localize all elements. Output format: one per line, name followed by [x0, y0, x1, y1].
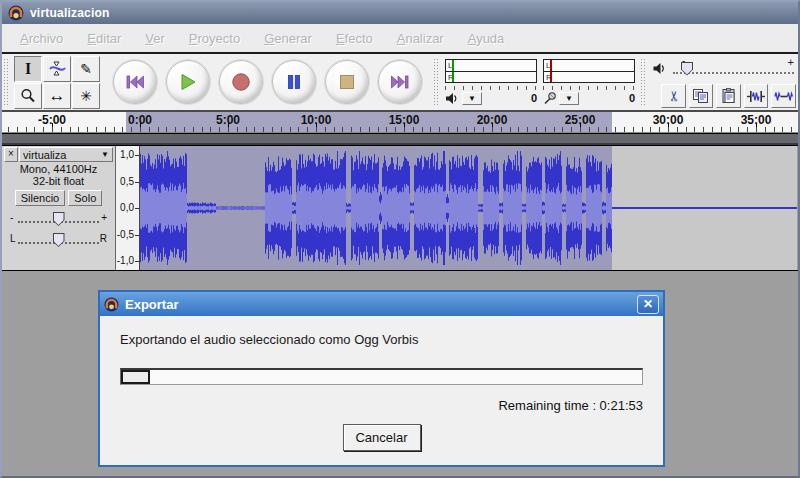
- timeline-label: 0:00: [116, 113, 164, 127]
- remaining-time-label: Remaining time : 0:21:53: [120, 398, 643, 413]
- record-icon: [231, 72, 251, 92]
- multi-tool-button[interactable]: ✳: [72, 83, 100, 109]
- gain-min-label: -: [10, 212, 13, 223]
- tool-palette: I ✎ ↔ ✳: [14, 56, 100, 109]
- audacity-window: virtualizacion ArchivoEditarVerProyectoG…: [0, 0, 800, 478]
- input-meter-dropdown[interactable]: ▼: [559, 92, 579, 105]
- transport-controls: [103, 54, 432, 110]
- menu-item-archivo[interactable]: Archivo: [8, 31, 75, 46]
- scissors-icon: ✂: [665, 90, 681, 102]
- export-progress-bar: [120, 368, 643, 385]
- play-button[interactable]: [166, 60, 210, 104]
- track-close-button[interactable]: ×: [4, 147, 18, 162]
- window-title: virtualizacion: [30, 6, 110, 20]
- timeline-label: 30:00: [644, 113, 692, 127]
- amplitude-tick-label: 0,5: [120, 176, 134, 187]
- toolbar-gripper[interactable]: [433, 58, 440, 106]
- skip-to-start-icon: [125, 74, 145, 90]
- output-volume-slider[interactable]: - +: [673, 59, 794, 79]
- menu-item-efecto[interactable]: Efecto: [324, 31, 385, 46]
- gain-slider[interactable]: - +: [12, 210, 105, 227]
- cut-button[interactable]: ✂: [661, 84, 686, 108]
- output-meter-peak-line: [452, 72, 454, 82]
- caret-down-icon: ▼: [565, 94, 573, 103]
- timeline-ruler[interactable]: -5:000:005:0010:0015:0020:0025:0030:0035…: [2, 112, 798, 133]
- menu-item-proyecto[interactable]: Proyecto: [177, 31, 252, 46]
- output-meter-bars: L R: [445, 59, 537, 83]
- stop-button[interactable]: [325, 60, 369, 104]
- envelope-tool-button[interactable]: [43, 56, 71, 82]
- ibeam-icon: I: [25, 60, 31, 78]
- main-toolbar: I ✎ ↔ ✳: [2, 54, 798, 112]
- skip-to-end-button[interactable]: [378, 60, 422, 104]
- track-title-menu[interactable]: virtualiza ▼: [19, 147, 113, 162]
- output-meter-peak-line: [452, 60, 454, 71]
- skip-to-end-icon: [390, 74, 410, 90]
- stop-icon: [339, 74, 355, 90]
- microphone-icon: [543, 91, 556, 105]
- window-titlebar[interactable]: virtualizacion: [2, 2, 798, 24]
- silence-icon: [774, 89, 794, 104]
- skip-to-start-button[interactable]: [113, 60, 157, 104]
- trim-icon: [746, 89, 766, 104]
- track-bitdepth-label: 32-bit float: [4, 175, 113, 188]
- export-message: Exportando el audio seleccionado como Og…: [120, 332, 643, 347]
- output-meter-dropdown[interactable]: ▼: [462, 92, 482, 105]
- copy-icon: [692, 88, 709, 104]
- slider-track: [673, 72, 794, 74]
- amplitude-tick-label: -1,0: [117, 255, 134, 266]
- selection-tool-button[interactable]: I: [14, 56, 42, 82]
- menu-item-analizar[interactable]: Analizar: [385, 31, 456, 46]
- input-meter-peak-line: [550, 60, 552, 71]
- copy-button[interactable]: [689, 84, 714, 108]
- output-meter[interactable]: L R ▼ 0: [445, 59, 537, 107]
- menu-item-ver[interactable]: Ver: [133, 31, 177, 46]
- input-meter-peak-line: [550, 72, 552, 82]
- menu-item-generar[interactable]: Generar: [252, 31, 324, 46]
- caret-down-icon: ▼: [468, 94, 476, 103]
- track-control-panel: × virtualiza ▼ Mono, 44100Hz 32-bit floa…: [2, 146, 116, 270]
- pencil-icon: ✎: [80, 61, 92, 77]
- double-arrow-icon: ↔: [49, 86, 66, 106]
- trim-outside-selection-button[interactable]: [744, 84, 769, 108]
- menu-item-editar[interactable]: Editar: [75, 31, 133, 46]
- pause-button[interactable]: [272, 60, 316, 104]
- timeline-label: 15:00: [380, 113, 428, 127]
- mute-button[interactable]: Silencio: [15, 190, 66, 206]
- output-meter-zero-label: 0: [531, 92, 537, 104]
- waveform-display[interactable]: [140, 146, 797, 270]
- speaker-icon: [445, 92, 459, 105]
- zoom-tool-button[interactable]: [14, 83, 42, 109]
- play-icon: [179, 73, 197, 91]
- paste-button[interactable]: [716, 84, 741, 108]
- timeline-label: 20:00: [468, 113, 516, 127]
- input-meter-bars: L R: [543, 59, 635, 83]
- timeline-label: 5:00: [204, 113, 252, 127]
- timeshift-tool-button[interactable]: ↔: [43, 83, 71, 109]
- dialog-close-button[interactable]: ✕: [637, 295, 659, 314]
- amplitude-tick-label: 1,0: [120, 149, 134, 160]
- input-meter[interactable]: L R ▼: [543, 59, 635, 107]
- pan-slider-thumb[interactable]: [53, 233, 65, 247]
- menu-bar: ArchivoEditarVerProyectoGenerarEfectoAna…: [2, 24, 798, 54]
- timeline-label: 35:00: [732, 113, 780, 127]
- menu-item-ayuda[interactable]: Ayuda: [456, 31, 517, 46]
- gain-slider-thumb[interactable]: [53, 212, 65, 226]
- toolbar-gripper[interactable]: [3, 58, 10, 106]
- draw-tool-button[interactable]: ✎: [72, 56, 100, 82]
- toolbar-gripper[interactable]: [640, 58, 647, 106]
- record-button[interactable]: [219, 60, 263, 104]
- silence-selection-button[interactable]: [771, 84, 796, 108]
- audacity-logo-icon: [104, 297, 119, 312]
- amplitude-tick-label: -0,5: [117, 229, 134, 240]
- meter-toolbar: L R ▼ 0: [441, 56, 639, 109]
- vertical-amplitude-ruler: 1,00,50,0-0,5-1,0: [116, 146, 140, 270]
- speaker-icon: [652, 62, 667, 75]
- pan-left-label: L: [10, 233, 16, 244]
- cancel-button[interactable]: Cancelar: [343, 424, 421, 451]
- pan-slider[interactable]: L R: [12, 231, 105, 248]
- timeline-label: 10:00: [292, 113, 340, 127]
- dialog-titlebar[interactable]: Exportar ✕: [100, 292, 663, 316]
- solo-button[interactable]: Solo: [68, 190, 102, 206]
- paste-icon: [721, 88, 737, 104]
